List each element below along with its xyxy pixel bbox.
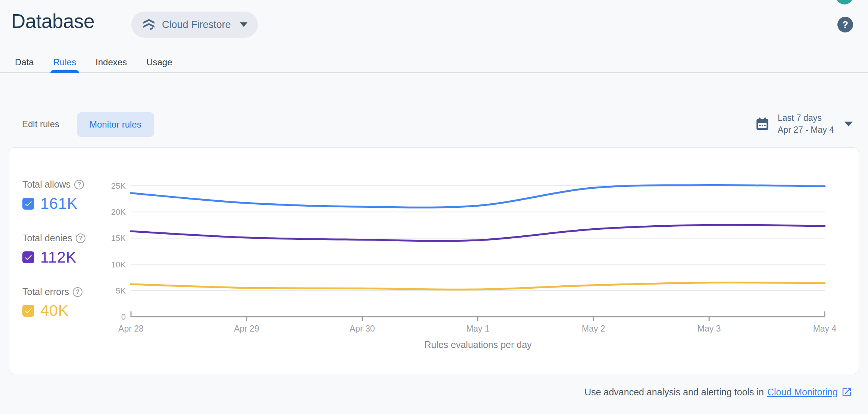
svg-text:20K: 20K — [111, 207, 126, 217]
svg-text:10K: 10K — [111, 260, 126, 269]
tab-bar: Data Rules Indexes Usage — [0, 52, 868, 73]
tab-rules[interactable]: Rules — [44, 52, 86, 72]
svg-text:Apr 29: Apr 29 — [234, 324, 259, 333]
monitor-rules-button[interactable]: Monitor rules — [77, 112, 154, 137]
svg-text:May 2: May 2 — [582, 324, 605, 333]
svg-text:15K: 15K — [111, 233, 126, 243]
firestore-icon — [142, 18, 156, 32]
footer-text: Use advanced analysis and alerting tools… — [584, 387, 764, 398]
database-product-selector[interactable]: Cloud Firestore — [131, 12, 258, 38]
cloud-monitoring-note: Use advanced analysis and alerting tools… — [584, 386, 852, 398]
svg-text:25K: 25K — [111, 181, 126, 191]
chevron-down-icon — [240, 22, 247, 27]
tab-data[interactable]: Data — [5, 52, 44, 72]
series-line-total-allows — [131, 185, 825, 207]
product-selector-label: Cloud Firestore — [162, 19, 231, 31]
date-range-secondary: Apr 27 - May 4 — [778, 124, 834, 136]
cloud-monitoring-link[interactable]: Cloud Monitoring — [767, 387, 838, 398]
chart-title: Rules evaluations per day — [131, 339, 825, 350]
help-button[interactable]: ? — [837, 17, 853, 32]
rules-monitor-card: Total allows ? 161K Total denies ? 112K … — [9, 147, 859, 374]
svg-text:May 3: May 3 — [697, 324, 721, 333]
active-tab-indicator — [50, 70, 79, 73]
avatar[interactable] — [836, 0, 853, 4]
svg-text:May 4: May 4 — [813, 324, 837, 333]
svg-text:5K: 5K — [116, 286, 126, 295]
svg-text:Apr 28: Apr 28 — [118, 324, 144, 333]
svg-text:0: 0 — [121, 312, 126, 322]
series-line-total-denies — [131, 225, 825, 241]
edit-rules-button[interactable]: Edit rules — [22, 119, 59, 129]
svg-text:May 1: May 1 — [466, 324, 490, 333]
calendar-icon — [755, 116, 770, 132]
date-range-picker[interactable]: Last 7 days Apr 27 - May 4 — [755, 112, 853, 136]
tab-indexes[interactable]: Indexes — [86, 52, 137, 72]
page-title: Database — [11, 10, 94, 32]
svg-text:Apr 30: Apr 30 — [350, 324, 375, 333]
date-range-primary: Last 7 days — [778, 112, 834, 124]
help-icon: ? — [842, 19, 848, 31]
tab-usage[interactable]: Usage — [137, 52, 182, 72]
firebase-database-rules-page: ? Database Cloud Firestore Data Rules In… — [0, 0, 868, 414]
chevron-down-icon — [844, 122, 853, 126]
series-line-total-errors — [131, 282, 825, 289]
external-link-icon — [841, 386, 852, 398]
